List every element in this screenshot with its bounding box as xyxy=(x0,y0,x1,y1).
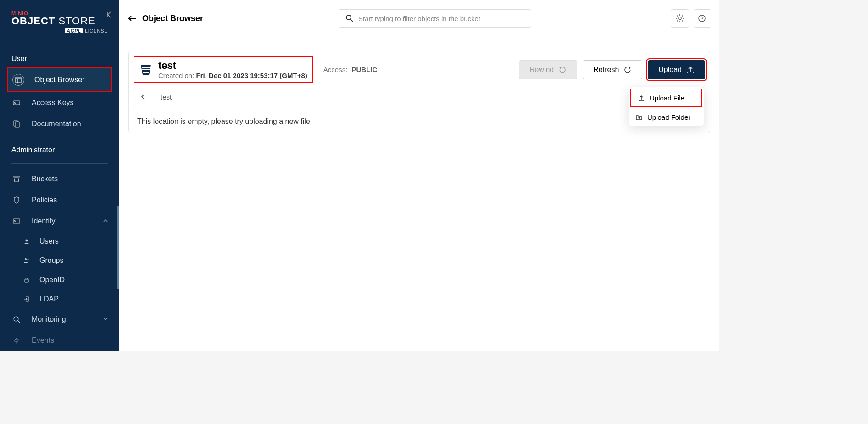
user-icon xyxy=(23,238,30,245)
search-input[interactable] xyxy=(358,15,524,22)
sidebar-item-monitoring[interactable]: Monitoring xyxy=(0,309,119,330)
monitoring-icon xyxy=(11,314,22,324)
upload-file-option[interactable]: Upload File xyxy=(630,89,702,107)
shield-icon xyxy=(11,195,22,205)
help-button[interactable] xyxy=(694,9,710,28)
bucket-created: Created on: Fri, Dec 01 2023 19:53:17 (G… xyxy=(158,72,307,79)
header: Object Browser xyxy=(119,0,719,37)
bucket-panel: test Created on: Fri, Dec 01 2023 19:53:… xyxy=(128,51,710,133)
empty-message: This location is empty, please try uploa… xyxy=(129,111,710,133)
upload-file-icon xyxy=(638,95,645,102)
sidebar-item-label: Monitoring xyxy=(32,315,66,324)
sidebar-item-label: Object Browser xyxy=(34,76,84,84)
login-icon xyxy=(23,296,30,303)
sidebar-section-user: User xyxy=(0,50,119,67)
sidebar-item-object-browser[interactable]: Object Browser xyxy=(7,67,112,92)
sidebar-item-policies[interactable]: Policies xyxy=(0,190,119,211)
svg-point-11 xyxy=(14,317,18,321)
svg-rect-4 xyxy=(15,122,19,127)
group-icon xyxy=(23,257,30,264)
sidebar-item-label: Documentation xyxy=(32,120,81,128)
upload-dropdown: Upload File Upload Folder xyxy=(629,87,704,126)
rewind-button: Rewind xyxy=(519,60,577,79)
bucket-icon xyxy=(139,63,153,77)
gear-icon xyxy=(675,14,684,23)
events-icon xyxy=(11,335,22,346)
sidebar-item-label: LDAP xyxy=(39,295,59,303)
rewind-icon xyxy=(558,66,567,74)
search-box[interactable] xyxy=(339,9,531,28)
upload-folder-icon xyxy=(635,114,643,121)
svg-point-2 xyxy=(15,102,16,104)
svg-point-8 xyxy=(25,258,27,260)
upload-folder-option[interactable]: Upload Folder xyxy=(629,109,704,126)
sidebar-item-label: Users xyxy=(39,237,59,245)
help-icon xyxy=(698,14,706,22)
svg-point-7 xyxy=(26,240,28,242)
sidebar-scrollbar[interactable] xyxy=(117,206,119,289)
sidebar-item-events[interactable]: Events xyxy=(0,330,119,351)
sidebar-item-label: Events xyxy=(32,336,54,345)
path-back-button[interactable] xyxy=(134,88,152,106)
search-icon xyxy=(345,14,354,22)
path-text[interactable]: test xyxy=(152,93,180,101)
main-content: Object Browser test xyxy=(119,0,719,351)
svg-point-14 xyxy=(699,15,705,22)
sidebar-item-label: Groups xyxy=(39,257,63,265)
sidebar: MINIO OBJECT STORE AGPLLICENSE User Obje… xyxy=(0,0,119,351)
sidebar-item-users[interactable]: Users xyxy=(0,232,119,251)
svg-point-6 xyxy=(15,220,16,222)
chevron-down-icon xyxy=(103,316,108,323)
svg-rect-10 xyxy=(25,279,28,282)
path-bar: test xyxy=(134,88,686,106)
sidebar-section-admin: Administrator xyxy=(0,141,119,159)
bucket-name: test xyxy=(158,60,307,72)
sidebar-item-label: Identity xyxy=(32,217,56,225)
key-icon xyxy=(11,98,22,108)
svg-rect-0 xyxy=(16,77,21,83)
sidebar-item-ldap[interactable]: LDAP xyxy=(0,290,119,309)
sidebar-item-access-keys[interactable]: Access Keys xyxy=(0,92,119,113)
sidebar-item-openid[interactable]: OpenID xyxy=(0,270,119,290)
settings-button[interactable] xyxy=(671,9,689,28)
sidebar-item-label: OpenID xyxy=(39,276,65,284)
chevron-up-icon xyxy=(103,218,108,224)
page-title: Object Browser xyxy=(142,14,203,23)
arrow-left-icon xyxy=(128,15,137,22)
upload-button[interactable]: Upload xyxy=(648,60,705,79)
sidebar-item-documentation[interactable]: Documentation xyxy=(0,113,119,134)
sidebar-item-label: Access Keys xyxy=(32,99,74,107)
file-browser-icon xyxy=(12,74,24,86)
chevron-left-icon xyxy=(140,94,146,100)
refresh-button[interactable]: Refresh xyxy=(583,60,642,79)
collapse-sidebar-icon[interactable] xyxy=(106,11,112,19)
svg-point-13 xyxy=(679,17,681,20)
brand-license: AGPLLICENSE xyxy=(11,28,108,33)
bucket-access: Access: PUBLIC xyxy=(323,66,378,73)
id-card-icon xyxy=(11,216,22,226)
svg-point-12 xyxy=(346,15,351,20)
svg-point-9 xyxy=(28,259,29,261)
svg-rect-5 xyxy=(13,219,20,223)
bucket-info: test Created on: Fri, Dec 01 2023 19:53:… xyxy=(134,56,313,83)
bucket-icon xyxy=(11,174,22,184)
back-button[interactable]: Object Browser xyxy=(128,14,203,23)
sidebar-item-groups[interactable]: Groups xyxy=(0,251,119,270)
document-icon xyxy=(11,119,22,129)
brand-object-store: OBJECT STORE xyxy=(11,15,108,27)
sidebar-item-identity[interactable]: Identity xyxy=(0,211,119,232)
sidebar-item-buckets[interactable]: Buckets xyxy=(0,168,119,190)
refresh-icon xyxy=(623,66,632,74)
sidebar-item-label: Buckets xyxy=(32,175,58,183)
logo-area: MINIO OBJECT STORE AGPLLICENSE xyxy=(0,2,119,40)
sidebar-item-label: Policies xyxy=(32,196,57,204)
upload-icon xyxy=(686,66,695,74)
lock-icon xyxy=(23,276,30,284)
